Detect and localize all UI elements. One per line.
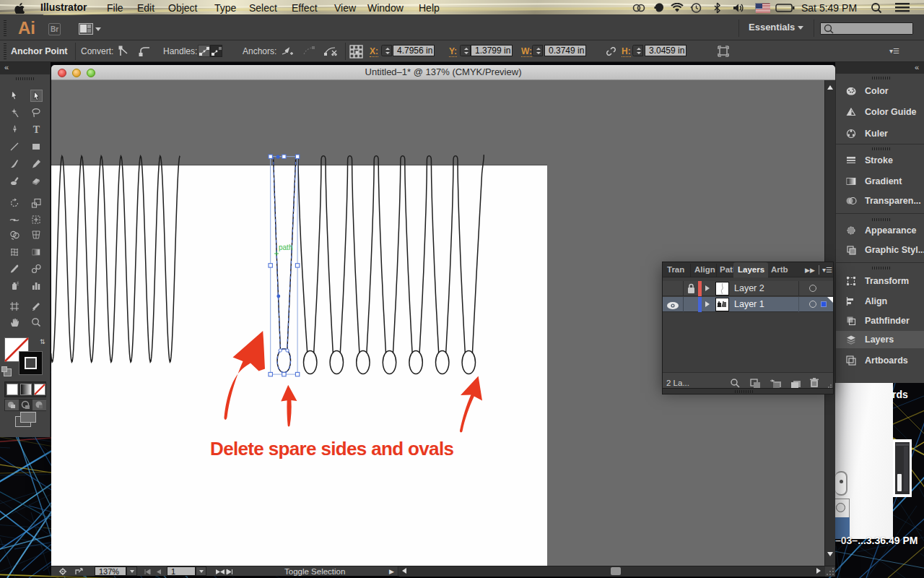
svg-text:T: T	[33, 124, 40, 135]
svg-text:path: path	[279, 243, 292, 251]
